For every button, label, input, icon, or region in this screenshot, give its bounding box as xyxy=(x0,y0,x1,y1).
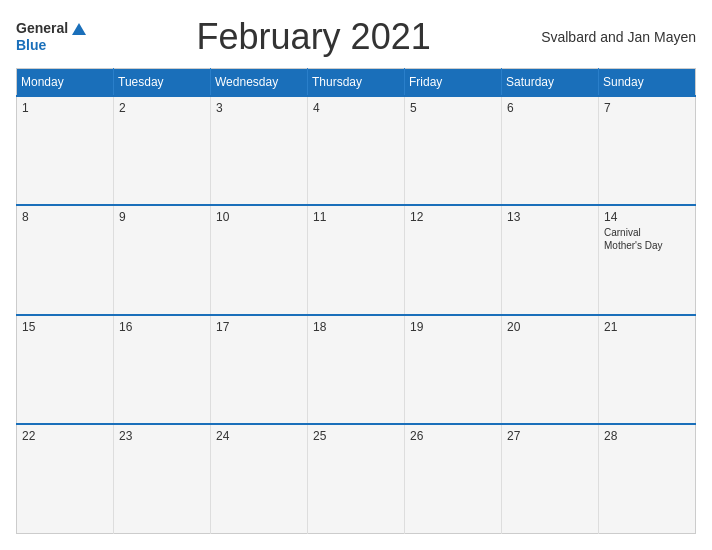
day-cell-9: 9 xyxy=(114,205,211,314)
day-number: 3 xyxy=(216,101,302,115)
day-number: 9 xyxy=(119,210,205,224)
calendar-event: Mother's Day xyxy=(604,239,690,252)
day-number: 10 xyxy=(216,210,302,224)
day-cell-5: 5 xyxy=(405,96,502,205)
day-number: 2 xyxy=(119,101,205,115)
day-header-monday: Monday xyxy=(17,69,114,97)
calendar-header: General Blue February 2021 Svalbard and … xyxy=(16,16,696,58)
calendar-title: February 2021 xyxy=(86,16,541,58)
day-cell-10: 10 xyxy=(211,205,308,314)
day-number: 4 xyxy=(313,101,399,115)
logo-blue-text: Blue xyxy=(16,37,86,54)
day-number: 24 xyxy=(216,429,302,443)
week-row-1: 1234567 xyxy=(17,96,696,205)
day-header-wednesday: Wednesday xyxy=(211,69,308,97)
day-cell-18: 18 xyxy=(308,315,405,424)
day-cell-28: 28 xyxy=(599,424,696,533)
day-number: 23 xyxy=(119,429,205,443)
day-header-thursday: Thursday xyxy=(308,69,405,97)
day-cell-15: 15 xyxy=(17,315,114,424)
day-number: 11 xyxy=(313,210,399,224)
day-number: 17 xyxy=(216,320,302,334)
calendar-header-row: MondayTuesdayWednesdayThursdayFridaySatu… xyxy=(17,69,696,97)
day-header-saturday: Saturday xyxy=(502,69,599,97)
day-number: 21 xyxy=(604,320,690,334)
day-number: 1 xyxy=(22,101,108,115)
day-cell-24: 24 xyxy=(211,424,308,533)
calendar-region: Svalbard and Jan Mayen xyxy=(541,29,696,45)
day-cell-3: 3 xyxy=(211,96,308,205)
day-cell-26: 26 xyxy=(405,424,502,533)
day-cell-2: 2 xyxy=(114,96,211,205)
logo: General Blue xyxy=(16,20,86,54)
day-cell-20: 20 xyxy=(502,315,599,424)
day-cell-13: 13 xyxy=(502,205,599,314)
day-cell-27: 27 xyxy=(502,424,599,533)
day-cell-16: 16 xyxy=(114,315,211,424)
day-number: 14 xyxy=(604,210,690,224)
day-number: 12 xyxy=(410,210,496,224)
day-cell-6: 6 xyxy=(502,96,599,205)
calendar-table: MondayTuesdayWednesdayThursdayFridaySatu… xyxy=(16,68,696,534)
day-number: 16 xyxy=(119,320,205,334)
day-number: 25 xyxy=(313,429,399,443)
day-number: 18 xyxy=(313,320,399,334)
day-cell-23: 23 xyxy=(114,424,211,533)
logo-triangle-icon xyxy=(72,23,86,35)
day-cell-4: 4 xyxy=(308,96,405,205)
week-row-4: 22232425262728 xyxy=(17,424,696,533)
day-number: 7 xyxy=(604,101,690,115)
day-number: 22 xyxy=(22,429,108,443)
day-number: 28 xyxy=(604,429,690,443)
day-number: 27 xyxy=(507,429,593,443)
day-number: 15 xyxy=(22,320,108,334)
week-row-2: 891011121314CarnivalMother's Day xyxy=(17,205,696,314)
day-cell-21: 21 xyxy=(599,315,696,424)
day-cell-1: 1 xyxy=(17,96,114,205)
day-cell-22: 22 xyxy=(17,424,114,533)
day-number: 13 xyxy=(507,210,593,224)
day-number: 19 xyxy=(410,320,496,334)
day-header-sunday: Sunday xyxy=(599,69,696,97)
day-cell-14: 14CarnivalMother's Day xyxy=(599,205,696,314)
day-number: 8 xyxy=(22,210,108,224)
day-cell-11: 11 xyxy=(308,205,405,314)
day-cell-8: 8 xyxy=(17,205,114,314)
day-number: 20 xyxy=(507,320,593,334)
day-cell-12: 12 xyxy=(405,205,502,314)
logo-general-text: General xyxy=(16,20,68,37)
day-number: 5 xyxy=(410,101,496,115)
day-cell-25: 25 xyxy=(308,424,405,533)
day-header-tuesday: Tuesday xyxy=(114,69,211,97)
day-header-friday: Friday xyxy=(405,69,502,97)
day-cell-7: 7 xyxy=(599,96,696,205)
day-cell-17: 17 xyxy=(211,315,308,424)
day-cell-19: 19 xyxy=(405,315,502,424)
calendar-event: Carnival xyxy=(604,226,690,239)
week-row-3: 15161718192021 xyxy=(17,315,696,424)
day-number: 6 xyxy=(507,101,593,115)
day-number: 26 xyxy=(410,429,496,443)
